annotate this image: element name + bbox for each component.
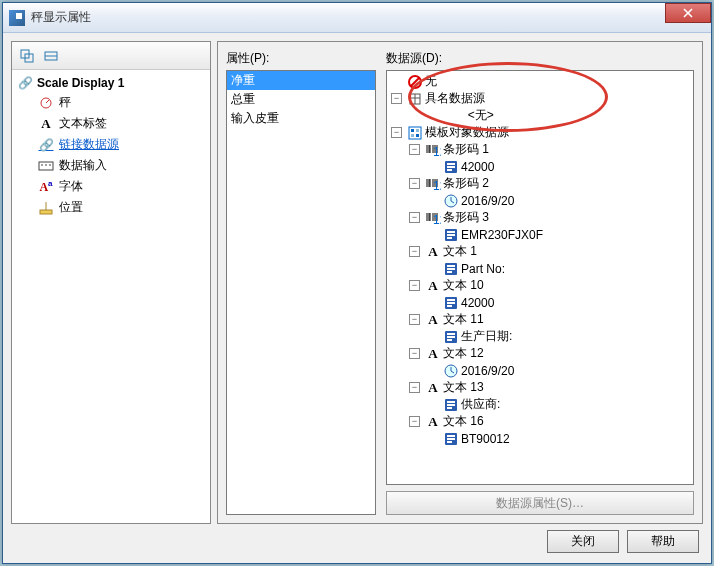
embed-icon	[443, 329, 459, 345]
ds-item[interactable]: −A文本 16	[389, 413, 691, 430]
nav-tree[interactable]: 🔗 Scale Display 1 秤A文本标签🔗链接数据源数据输入Aa字体位置	[12, 70, 210, 523]
svg-rect-76	[447, 441, 452, 443]
datasource-label: 数据源(D):	[386, 50, 694, 67]
svg-rect-51	[447, 231, 455, 233]
help-button[interactable]: 帮助	[627, 530, 699, 553]
svg-text:123: 123	[433, 213, 441, 224]
expand-all-button[interactable]	[16, 45, 38, 67]
ds-value[interactable]: 2016/9/20	[389, 192, 691, 209]
ds-value[interactable]: 生产日期:	[389, 328, 691, 345]
svg-rect-75	[447, 438, 455, 440]
svg-rect-72	[447, 407, 452, 409]
text-a-icon: A	[425, 244, 441, 260]
datasource-props-button[interactable]: 数据源属性(S)…	[386, 491, 694, 515]
toggle-icon[interactable]: −	[391, 127, 402, 138]
ds-value[interactable]: Part No:	[389, 260, 691, 277]
ds-value[interactable]: BT90012	[389, 430, 691, 447]
ds-item[interactable]: −A文本 12	[389, 345, 691, 362]
svg-rect-65	[447, 339, 452, 341]
nav-item-4[interactable]: Aa字体	[14, 176, 208, 197]
ds-item[interactable]: −A文本 13	[389, 379, 691, 396]
ds-value[interactable]: 42000	[389, 294, 691, 311]
ds-item[interactable]: −A文本 11	[389, 311, 691, 328]
db-icon	[407, 91, 423, 107]
none-icon	[407, 74, 423, 90]
props-item[interactable]: 输入皮重	[227, 109, 375, 128]
text-a-icon: A	[425, 346, 441, 362]
ds-value[interactable]: 2016/9/20	[389, 362, 691, 379]
ds-item[interactable]: −A文本 1	[389, 243, 691, 260]
toggle-icon[interactable]: −	[409, 280, 420, 291]
svg-rect-60	[447, 302, 455, 304]
close-window-button[interactable]	[665, 3, 711, 23]
svg-rect-57	[447, 271, 452, 273]
ds-item[interactable]: −123条形码 3	[389, 209, 691, 226]
toggle-icon[interactable]: −	[409, 314, 420, 325]
toggle-icon[interactable]: −	[409, 416, 420, 427]
ds-value[interactable]: EMR230FJX0F	[389, 226, 691, 243]
font-icon: Aa	[38, 179, 54, 195]
nav-item-2[interactable]: 🔗链接数据源	[14, 134, 208, 155]
svg-rect-20	[411, 134, 414, 137]
toggle-icon[interactable]: −	[409, 246, 420, 257]
scale-icon	[38, 95, 54, 111]
ds-named-empty[interactable]: <无>	[389, 107, 691, 124]
footer: 关闭 帮助	[11, 530, 703, 555]
app-icon	[9, 10, 25, 26]
svg-rect-52	[447, 234, 455, 236]
link-icon: 🔗	[38, 137, 54, 153]
svg-rect-21	[416, 134, 419, 137]
text-a-icon: A	[425, 380, 441, 396]
ds-value[interactable]: 42000	[389, 158, 691, 175]
ds-template[interactable]: −模板对象数据源	[389, 124, 691, 141]
tmpl-icon	[407, 125, 423, 141]
nav-item-0[interactable]: 秤	[14, 92, 208, 113]
props-item[interactable]: 总重	[227, 90, 375, 109]
dialog-window: 秤显示属性 🔗	[2, 2, 712, 564]
svg-rect-6	[39, 162, 53, 170]
props-listbox[interactable]: 净重总重输入皮重	[226, 70, 376, 515]
svg-rect-74	[447, 435, 455, 437]
ds-item[interactable]: −A文本 10	[389, 277, 691, 294]
left-toolbar	[12, 42, 210, 70]
titlebar[interactable]: 秤显示属性	[3, 3, 711, 33]
ruler-icon	[38, 200, 54, 216]
tree-root-label: Scale Display 1	[37, 76, 124, 90]
toggle-icon[interactable]: −	[409, 348, 420, 359]
svg-rect-55	[447, 265, 455, 267]
	[443, 108, 459, 124]
left-pane: 🔗 Scale Display 1 秤A文本标签🔗链接数据源数据输入Aa字体位置	[11, 41, 211, 524]
ds-named[interactable]: −具名数据源	[389, 90, 691, 107]
close-button[interactable]: 关闭	[547, 530, 619, 553]
props-item[interactable]: 净重	[227, 71, 375, 90]
text-a-icon: A	[425, 312, 441, 328]
ds-value[interactable]: 供应商:	[389, 396, 691, 413]
svg-rect-17	[409, 127, 421, 139]
props-label: 属性(P):	[226, 50, 376, 67]
toggle-icon[interactable]: −	[391, 93, 402, 104]
toggle-icon[interactable]: −	[409, 382, 420, 393]
svg-text:123: 123	[433, 145, 441, 156]
ds-none[interactable]: 无	[389, 73, 691, 90]
collapse-all-button[interactable]	[40, 45, 62, 67]
svg-rect-70	[447, 401, 455, 403]
tree-root[interactable]: 🔗 Scale Display 1	[14, 74, 208, 92]
embed-icon	[443, 295, 459, 311]
nav-item-1[interactable]: A文本标签	[14, 113, 208, 134]
toggle-icon[interactable]: −	[409, 144, 420, 155]
embed-icon	[443, 227, 459, 243]
ds-item[interactable]: −123条形码 1	[389, 141, 691, 158]
svg-rect-63	[447, 333, 455, 335]
svg-rect-59	[447, 299, 455, 301]
svg-rect-56	[447, 268, 455, 270]
datasource-tree[interactable]: 无−具名数据源 <无>−模板对象数据源−123条形码 142000−123条形码…	[386, 70, 694, 485]
text-a-icon: A	[425, 278, 441, 294]
text-a-icon: A	[38, 116, 54, 132]
nav-item-3[interactable]: 数据输入	[14, 155, 208, 176]
ds-item[interactable]: −123条形码 2	[389, 175, 691, 192]
toggle-icon[interactable]: −	[409, 212, 420, 223]
svg-rect-30	[447, 163, 455, 165]
embed-icon	[443, 397, 459, 413]
nav-item-5[interactable]: 位置	[14, 197, 208, 218]
toggle-icon[interactable]: −	[409, 178, 420, 189]
